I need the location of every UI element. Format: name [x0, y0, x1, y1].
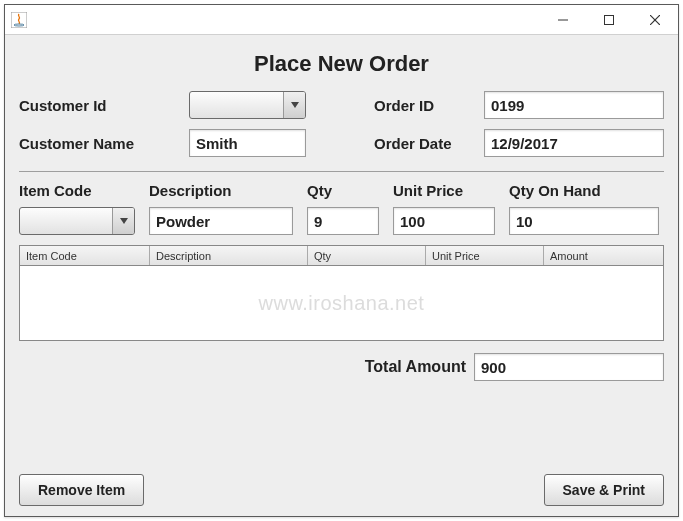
item-entry-row: Powder 9 100 10 [19, 207, 664, 235]
customer-name-label: Customer Name [19, 135, 189, 152]
customer-id-combo[interactable] [189, 91, 306, 119]
total-amount-field[interactable]: 900 [474, 353, 664, 381]
qty-on-hand-header: Qty On Hand [509, 182, 659, 199]
java-icon [11, 12, 27, 28]
item-code-value [20, 208, 112, 234]
content-area: Place New Order Customer Id Order ID 019… [5, 35, 678, 516]
order-date-label: Order Date [374, 135, 484, 152]
customer-id-value [190, 92, 283, 118]
items-table: Item Code Description Qty Unit Price Amo… [19, 245, 664, 341]
close-button[interactable] [632, 5, 678, 34]
order-id-label: Order ID [374, 97, 484, 114]
order-date-field[interactable]: 12/9/2017 [484, 129, 664, 157]
item-code-combo[interactable] [19, 207, 135, 235]
item-header-row: Item Code Description Qty Unit Price Qty… [19, 182, 664, 199]
unit-price-field[interactable]: 100 [393, 207, 495, 235]
page-title: Place New Order [19, 51, 664, 77]
chevron-down-icon [283, 92, 305, 118]
row-name-date: Customer Name Smith Order Date 12/9/2017 [19, 129, 664, 157]
minimize-icon [558, 15, 568, 25]
th-amount[interactable]: Amount [544, 246, 663, 265]
close-icon [650, 15, 660, 25]
th-description[interactable]: Description [150, 246, 308, 265]
total-amount-label: Total Amount [365, 358, 466, 376]
window-controls [540, 5, 678, 34]
button-row: Remove Item Save & Print [19, 474, 664, 506]
customer-id-label: Customer Id [19, 97, 189, 114]
chevron-down-icon [112, 208, 134, 234]
svg-marker-7 [120, 218, 128, 224]
qty-field[interactable]: 9 [307, 207, 379, 235]
qty-header: Qty [307, 182, 393, 199]
description-header: Description [149, 182, 307, 199]
titlebar [5, 5, 678, 35]
customer-name-field[interactable]: Smith [189, 129, 306, 157]
th-qty[interactable]: Qty [308, 246, 426, 265]
description-field[interactable]: Powder [149, 207, 293, 235]
table-header: Item Code Description Qty Unit Price Amo… [20, 246, 663, 266]
minimize-button[interactable] [540, 5, 586, 34]
maximize-button[interactable] [586, 5, 632, 34]
svg-rect-3 [605, 15, 614, 24]
row-customer-order: Customer Id Order ID 0199 [19, 91, 664, 119]
remove-item-button[interactable]: Remove Item [19, 474, 144, 506]
unit-price-header: Unit Price [393, 182, 509, 199]
app-window: Place New Order Customer Id Order ID 019… [4, 4, 679, 517]
svg-marker-6 [291, 102, 299, 108]
table-body[interactable]: www.iroshana.net [20, 266, 663, 340]
th-item-code[interactable]: Item Code [20, 246, 150, 265]
divider [19, 171, 664, 172]
th-unit-price[interactable]: Unit Price [426, 246, 544, 265]
total-row: Total Amount 900 [19, 353, 664, 381]
item-code-header: Item Code [19, 182, 149, 199]
order-id-field[interactable]: 0199 [484, 91, 664, 119]
watermark-text: www.iroshana.net [259, 292, 425, 315]
qty-on-hand-field[interactable]: 10 [509, 207, 659, 235]
maximize-icon [604, 15, 614, 25]
save-print-button[interactable]: Save & Print [544, 474, 664, 506]
